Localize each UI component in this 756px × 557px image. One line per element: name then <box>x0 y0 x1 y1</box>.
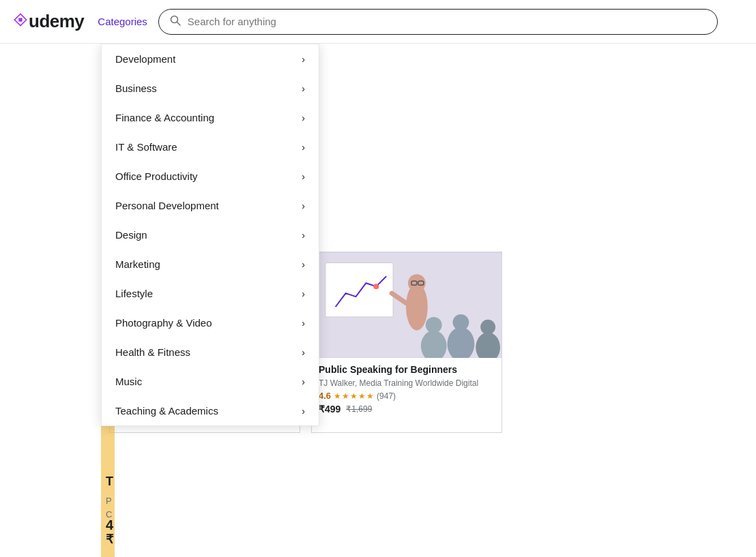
search-icon <box>170 15 181 29</box>
chevron-right-icon-10: › <box>302 347 305 358</box>
course-image-2 <box>312 252 501 358</box>
header: udemy Categories <box>0 0 756 44</box>
chevron-right-icon-5: › <box>302 200 305 211</box>
dropdown-item-marketing[interactable]: Marketing › <box>102 250 319 279</box>
chevron-right-icon-1: › <box>302 83 305 94</box>
chevron-right-icon-2: › <box>302 112 305 123</box>
course-info-2: Public Speaking for Beginners TJ Walker,… <box>312 358 501 420</box>
course-original-price-2: ₹1,699 <box>346 404 372 414</box>
dropdown-item-photography[interactable]: Photography & Video › <box>102 308 319 337</box>
chevron-right-icon-0: › <box>302 54 305 65</box>
search-input[interactable] <box>188 16 706 27</box>
dropdown-item-business[interactable]: Business › <box>102 74 319 103</box>
chevron-right-icon-12: › <box>302 406 305 417</box>
stars-2: ★ ★ ★ ★ ★ <box>334 391 374 401</box>
dropdown-item-personal-dev[interactable]: Personal Development › <box>102 191 319 220</box>
dropdown-item-health[interactable]: Health & Fitness › <box>102 337 319 367</box>
chevron-right-icon-7: › <box>302 259 305 270</box>
logo[interactable]: udemy <box>14 11 84 32</box>
chevron-right-icon-9: › <box>302 318 305 329</box>
chevron-right-icon-3: › <box>302 142 305 153</box>
course-price-2: ₹499 <box>319 404 340 415</box>
partial-number: 4 <box>106 517 113 533</box>
svg-rect-0 <box>18 18 22 21</box>
dropdown-item-it-software[interactable]: IT & Software › <box>102 132 319 162</box>
dropdown-item-development[interactable]: Development › <box>102 44 319 74</box>
dropdown-item-office[interactable]: Office Productivity › <box>102 162 319 191</box>
svg-line-2 <box>177 22 180 25</box>
categories-dropdown: Development › Business › Finance & Accou… <box>101 44 319 426</box>
logo-text: udemy <box>29 11 84 32</box>
course-author-2: TJ Walker, Media Training Worldwide Digi… <box>319 378 495 388</box>
chevron-right-icon-11: › <box>302 376 305 387</box>
dropdown-item-finance[interactable]: Finance & Accounting › <box>102 103 319 132</box>
course-title-2: Public Speaking for Beginners <box>319 363 495 376</box>
dropdown-item-teaching[interactable]: Teaching & Academics › <box>102 396 319 425</box>
logo-icon <box>14 13 27 27</box>
svg-point-27 <box>453 314 469 331</box>
svg-rect-19 <box>325 262 393 316</box>
dropdown-item-design[interactable]: Design › <box>102 220 319 250</box>
dropdown-item-lifestyle[interactable]: Lifestyle › <box>102 279 319 308</box>
categories-link[interactable]: Categories <box>98 16 147 27</box>
svg-point-20 <box>373 284 379 289</box>
svg-point-29 <box>480 320 495 335</box>
course-rating-2: 4.6 <box>319 391 331 401</box>
course-price-row-2: ₹499 ₹1,699 <box>319 404 495 415</box>
partial-currency: ₹ <box>106 532 113 547</box>
dropdown-item-music[interactable]: Music › <box>102 367 319 396</box>
chevron-right-icon-8: › <box>302 288 305 299</box>
main-content: Courses Popular topics in Development, B… <box>0 44 756 557</box>
search-bar[interactable] <box>158 9 718 35</box>
partial-title-char: T <box>106 475 113 489</box>
chevron-right-icon-4: › <box>302 171 305 182</box>
partial-label: P <box>106 496 112 506</box>
course-rating-count-2: (947) <box>377 391 396 401</box>
svg-point-31 <box>426 317 442 333</box>
course-rating-row-2: 4.6 ★ ★ ★ ★ ★ (947) <box>319 391 495 401</box>
chevron-right-icon-6: › <box>302 230 305 241</box>
course-card-2[interactable]: Public Speaking for Beginners TJ Walker,… <box>311 252 502 433</box>
